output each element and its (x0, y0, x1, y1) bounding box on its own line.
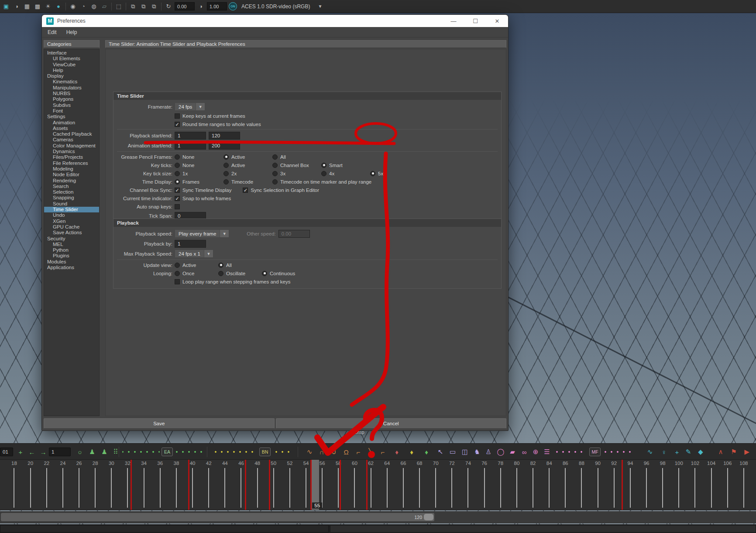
puppet-icon[interactable]: ♀ (659, 448, 669, 456)
checkbox-snap-to-whole-frames[interactable]: ✓Snap to whole frames (175, 196, 231, 201)
sidebar-item-selection[interactable]: Selection (44, 189, 99, 195)
colorspace-label[interactable]: ACES 1.0 SDR-video (sRGB) (241, 3, 310, 10)
prev-key-icon[interactable]: ← (27, 448, 37, 456)
radio-option-5x[interactable]: 5x (370, 171, 383, 176)
pencil-icon[interactable]: ✎ (684, 448, 693, 456)
sidebar-item-save-actions[interactable]: Save Actions (44, 230, 99, 236)
shaded-sphere-icon[interactable]: ◑ (12, 2, 21, 11)
joint-icon[interactable]: + (672, 448, 682, 456)
mirror-icon[interactable]: ◯ (496, 448, 505, 456)
checkbox-empty[interactable] (175, 204, 182, 209)
sidebar-item-cached-playback[interactable]: Cached Playback (44, 131, 99, 137)
sidebar-item-files-projects[interactable]: Files/Projects (44, 154, 99, 160)
range-slider-bar[interactable]: 120 (1, 513, 434, 521)
sidebar-item-nurbs[interactable]: NURBS (44, 91, 99, 96)
list-select-icon[interactable]: ☰ (542, 448, 552, 456)
ea-button[interactable]: EA (162, 448, 173, 456)
menu-edit[interactable]: Edit (48, 29, 57, 35)
sidebar-item-color-management[interactable]: Color Management (44, 143, 99, 149)
globe-icon[interactable]: ⊕ (531, 448, 540, 456)
tangent-stepped-icon[interactable]: ⌐ (378, 448, 388, 456)
radio-option-active[interactable]: Active (223, 154, 245, 160)
radio-option-continuous[interactable]: Continuous (262, 271, 295, 276)
sidebar-item-file-references[interactable]: File References (44, 161, 99, 166)
add-key-icon[interactable]: + (16, 448, 25, 456)
sidebar-item-font[interactable]: Font (44, 108, 99, 114)
radio-option-2x[interactable]: 2x (223, 171, 237, 176)
radio-option-none[interactable]: None (175, 154, 195, 160)
bn-button[interactable]: BN (259, 448, 271, 456)
command-line-input[interactable] (0, 525, 329, 533)
camera-icon[interactable]: ◉ (69, 2, 77, 11)
sidebar-item-search[interactable]: Search (44, 184, 99, 189)
radio-option-all[interactable]: All (218, 263, 232, 268)
sidebar-item-python[interactable]: Python (44, 247, 99, 253)
checkbox-sync-selection-in-graph-editor[interactable]: ✓Sync Selection in Graph Editor (243, 188, 319, 193)
exposure-field[interactable]: 0.00 (175, 2, 195, 10)
sidebar-item-sound[interactable]: Sound (44, 201, 99, 207)
isolate-select-icon[interactable]: ⬚ (114, 2, 123, 11)
extra-field[interactable]: 0.00 (278, 230, 310, 238)
checkbox-round-time-ranges-to-whole-val[interactable]: ✓Round time ranges to whole values (175, 122, 261, 127)
sidebar-item-modules[interactable]: Modules (44, 259, 99, 265)
sidebar-item-applications[interactable]: Applications (44, 265, 99, 270)
sidebar-item-viewcube[interactable]: ViewCube (44, 62, 99, 68)
tangent-spline-icon[interactable]: ∿ (305, 448, 314, 456)
radio-option-once[interactable]: Once (175, 271, 195, 276)
cancel-button[interactable]: Cancel (276, 418, 507, 429)
sidebar-item-help[interactable]: Help (44, 68, 99, 73)
layout-c-icon[interactable]: ⧉ (150, 2, 158, 11)
gamma-field[interactable]: 1.00 (207, 2, 227, 10)
radio-option-frames[interactable]: Frames (175, 179, 199, 184)
dropdown-arrow-icon[interactable]: ▼ (204, 250, 213, 257)
runner-icon[interactable]: ♞ (472, 448, 482, 456)
dropdown-playback-speed-[interactable]: Play every frame▼ (175, 229, 229, 238)
dropdown-arrow-icon[interactable]: ▼ (220, 230, 229, 237)
radio-option-4x[interactable]: 4x (321, 171, 334, 176)
menu-help[interactable]: Help (66, 29, 77, 35)
sidebar-item-dynamics[interactable]: Dynamics (44, 149, 99, 154)
sidebar-item-node-editor[interactable]: Node Editor (44, 172, 99, 178)
bookmark-flag-icon[interactable]: ⚑ (729, 448, 739, 456)
layout-a-icon[interactable]: ⧉ (129, 2, 137, 11)
minimize-button[interactable]: — (443, 15, 464, 27)
tangent-plateau-icon[interactable]: ⌐ (354, 448, 363, 456)
auto-key-power-icon[interactable]: ○ (75, 448, 85, 456)
radio-option-active[interactable]: Active (223, 163, 245, 168)
dialog-titlebar[interactable]: M Preferences — ☐ ✕ (42, 15, 508, 27)
layout-b-icon[interactable]: ⧉ (139, 2, 148, 11)
colorspace-dropdown-arrow-icon[interactable]: ▼ (318, 4, 322, 9)
radio-option-1x[interactable]: 1x (175, 171, 188, 176)
next-key-icon[interactable]: → (38, 448, 48, 456)
marquee-select-icon[interactable]: ▭ (448, 448, 457, 456)
sidebar-item-manipulators[interactable]: Manipulators (44, 85, 99, 91)
sidebar-item-gpu-cache[interactable]: GPU Cache (44, 224, 99, 230)
radio-option-3x[interactable]: 3x (272, 171, 285, 176)
sidebar-item-display[interactable]: Display (44, 73, 99, 79)
character-a-icon[interactable]: ♟ (87, 448, 97, 456)
dropdown-framerate-[interactable]: 24 fps▼ (175, 102, 205, 111)
plane-icon[interactable]: ▱ (100, 2, 109, 11)
radio-option-active[interactable]: Active (175, 263, 196, 268)
tangent-linear-icon[interactable]: ╲ (366, 448, 375, 456)
current-frame-field[interactable]: 1 (49, 448, 71, 456)
dropdown-max-playback-speed-[interactable]: 24 fps x 1▼ (175, 249, 213, 258)
curve-tool-icon[interactable]: ∿ (645, 448, 655, 456)
text-field[interactable]: 1 (175, 132, 206, 140)
select-one-icon[interactable]: ↖ (436, 448, 445, 456)
red-key-icon[interactable]: ♦ (392, 448, 402, 456)
textured-cube-icon[interactable]: ▦ (23, 2, 31, 11)
yellow-key-icon[interactable]: ♦ (407, 448, 416, 456)
sidebar-item-subdivs[interactable]: Subdivs (44, 102, 99, 108)
sidebar-item-snapping[interactable]: Snapping (44, 195, 99, 201)
play-marker-icon[interactable]: ▶ (742, 448, 752, 456)
folder-icon[interactable]: ▰ (508, 448, 517, 456)
ik-curves-icon[interactable]: ∧ (716, 448, 725, 456)
checkbox-keep-keys-at-current-frames[interactable]: Keep keys at current frames (175, 113, 245, 119)
xray-icon[interactable]: ◍ (89, 2, 98, 11)
sidebar-item-mel[interactable]: MEL (44, 242, 99, 247)
text-field[interactable]: 120 (209, 132, 240, 140)
color-management-on-badge[interactable]: ON (229, 2, 237, 10)
close-button[interactable]: ✕ (486, 15, 508, 27)
sidebar-item-settings[interactable]: Settings (44, 114, 99, 120)
